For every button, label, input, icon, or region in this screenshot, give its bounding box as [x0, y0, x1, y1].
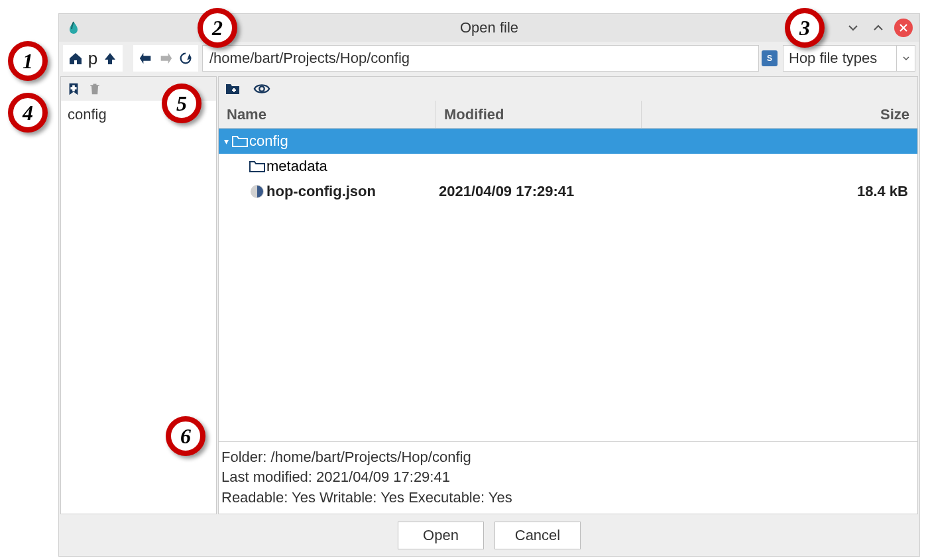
- home-group: p: [63, 45, 123, 72]
- file-list-panel: Name Modified Size ▾ config: [218, 76, 918, 514]
- back-icon[interactable]: [136, 48, 156, 68]
- table-row[interactable]: metadata: [219, 154, 917, 179]
- delete-bookmark-button[interactable]: [86, 80, 103, 97]
- project-home-icon[interactable]: p: [86, 48, 100, 68]
- add-bookmark-button[interactable]: [65, 80, 82, 97]
- info-folder: Folder: /home/bart/Projects/Hop/config: [221, 447, 915, 468]
- file-table: ▾ config metadata: [219, 129, 917, 441]
- folder-icon: [231, 135, 249, 148]
- row-modified: 2021/04/09 17:29:41: [439, 183, 574, 200]
- close-button[interactable]: [894, 19, 913, 37]
- info-panel: Folder: /home/bart/Projects/Hop/config L…: [219, 441, 917, 514]
- button-bar: Open Cancel: [59, 516, 919, 555]
- show-hidden-button[interactable]: [253, 80, 270, 97]
- dialog-title: Open file: [460, 19, 518, 36]
- row-size: 18.4 kB: [857, 183, 908, 200]
- column-modified[interactable]: Modified: [436, 101, 642, 128]
- table-header: Name Modified Size: [219, 101, 917, 129]
- info-modified: Last modified: 2021/04/09 17:29:41: [221, 467, 915, 488]
- maximize-button[interactable]: [869, 19, 888, 37]
- table-row[interactable]: ▾ config: [219, 129, 917, 154]
- folder-icon: [248, 160, 266, 173]
- table-row[interactable]: hop-config.json 2021/04/09 17:29:41 18.4…: [219, 179, 917, 204]
- open-button[interactable]: Open: [398, 522, 484, 549]
- info-permissions: Readable: Yes Writable: Yes Executable: …: [221, 488, 915, 508]
- row-name: config: [249, 133, 288, 150]
- chevron-down-icon[interactable]: [896, 46, 915, 71]
- file-type-filter[interactable]: Hop file types: [783, 45, 915, 72]
- row-name: metadata: [266, 158, 327, 175]
- callout-2: 2: [198, 8, 237, 48]
- content-toolbar: [219, 77, 917, 101]
- nav-toolbar: p S Hop file types: [59, 42, 919, 75]
- filter-label: Hop file types: [783, 50, 896, 67]
- column-size[interactable]: Size: [642, 101, 917, 128]
- svg-point-6: [259, 86, 264, 91]
- new-folder-button[interactable]: [224, 80, 241, 97]
- svg-text:S: S: [767, 54, 772, 63]
- collapse-icon[interactable]: ▾: [221, 136, 231, 146]
- callout-1: 1: [8, 41, 48, 81]
- app-icon: [66, 20, 82, 36]
- column-name[interactable]: Name: [219, 101, 436, 128]
- minimize-button[interactable]: [844, 19, 862, 37]
- refresh-icon[interactable]: [176, 48, 196, 68]
- variable-button[interactable]: S: [762, 50, 778, 66]
- file-icon: [248, 184, 266, 199]
- svg-rect-3: [70, 87, 76, 89]
- up-icon[interactable]: [100, 48, 120, 68]
- cancel-button[interactable]: Cancel: [494, 522, 581, 549]
- history-group: [133, 45, 198, 72]
- callout-3: 3: [785, 8, 825, 48]
- callout-5: 5: [162, 84, 202, 123]
- svg-rect-5: [232, 89, 236, 91]
- forward-icon[interactable]: [156, 48, 176, 68]
- callout-4: 4: [8, 93, 48, 133]
- row-name: hop-config.json: [266, 183, 376, 200]
- path-input[interactable]: [202, 45, 759, 72]
- home-icon[interactable]: [66, 48, 86, 68]
- window-controls: [844, 19, 913, 37]
- callout-6: 6: [166, 416, 205, 456]
